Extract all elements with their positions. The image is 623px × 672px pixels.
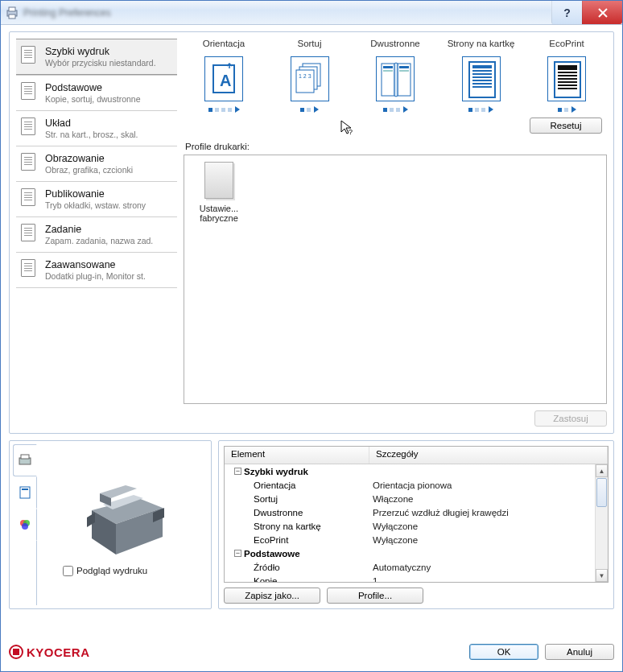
svg-rect-18	[472, 73, 492, 75]
preview-tab-printer[interactable]	[13, 444, 37, 476]
lower-panels: Podgląd wydruku Element Szczegóły −Szybk…	[9, 440, 614, 609]
titlebar[interactable]: Printing Preferences ?	[1, 1, 622, 25]
svg-rect-48	[13, 649, 19, 655]
close-icon	[598, 8, 608, 18]
sidebar-item-quickprint[interactable]: Szybki wydrukWybór przycisku niestandard…	[16, 39, 177, 75]
sidebar-item-basic[interactable]: PodstawoweKopie, sortuj, dwustronne	[16, 75, 177, 110]
col-details[interactable]: Szczegóły	[369, 447, 608, 464]
option-ecoprint[interactable]	[547, 56, 586, 101]
summary-table: Element Szczegóły −Szybki wydrukOrientac…	[224, 446, 609, 583]
preview-checkbox[interactable]: Podgląd wydruku	[63, 566, 147, 576]
svg-rect-29	[558, 85, 577, 86]
preview-tab-color[interactable]	[13, 509, 37, 541]
summary-panel: Element Szczegóły −Szybki wydrukOrientac…	[218, 440, 614, 609]
table-row[interactable]: −Podstawowe	[225, 546, 595, 560]
svg-rect-30	[558, 88, 577, 89]
svg-rect-14	[399, 70, 409, 72]
profiles-button[interactable]: Profile...	[327, 587, 423, 604]
svg-rect-2	[9, 14, 15, 19]
apply-button: Zastosuj	[534, 410, 607, 427]
table-row[interactable]: ŹródłoAutomatyczny	[225, 560, 595, 574]
svg-rect-26	[558, 75, 577, 76]
scroll-thumb[interactable]	[596, 478, 607, 507]
sidebar-item-publishing[interactable]: PublikowanieTryb okładki, wstaw. strony	[16, 181, 177, 216]
option-label-duplex: Dwustronne	[358, 39, 432, 52]
table-row[interactable]: OrientacjaOrientacja pionowa	[225, 478, 595, 492]
svg-rect-11	[383, 66, 393, 68]
svg-rect-16	[472, 65, 492, 68]
close-button[interactable]	[582, 1, 622, 24]
sidebar-item-imaging[interactable]: ObrazowanieObraz, grafika, czcionki	[16, 146, 177, 181]
svg-rect-1	[9, 7, 15, 11]
print-preferences-window: Printing Preferences ? Szybki wydrukWybó…	[0, 0, 623, 672]
option-label-orientation: Orientacja	[187, 39, 261, 52]
svg-rect-21	[472, 83, 492, 85]
table-row[interactable]: EcoPrintWyłączone	[225, 533, 595, 546]
summary-table-body: −Szybki wydrukOrientacjaOrientacja piono…	[225, 464, 595, 582]
quick-options-row: Orientacja A Sortuj 1 2 3	[184, 39, 607, 117]
svg-rect-24	[558, 65, 577, 70]
profiles-label: Profile drukarki:	[185, 142, 607, 151]
ok-button[interactable]: OK	[469, 644, 538, 660]
col-element[interactable]: Element	[225, 447, 369, 464]
profiles-box: Ustawie... fabryczne	[184, 155, 607, 404]
svg-rect-35	[22, 489, 28, 490]
table-row[interactable]: Strony na kartkęWyłączone	[225, 519, 595, 533]
svg-rect-25	[558, 72, 577, 73]
option-nup[interactable]	[462, 56, 501, 101]
svg-text:A: A	[220, 72, 231, 89]
preview-checkbox-input[interactable]	[63, 566, 73, 576]
svg-rect-28	[558, 81, 577, 83]
upper-panel: Szybki wydrukWybór przycisku niestandard…	[9, 31, 614, 434]
kyocera-logo-icon	[9, 645, 23, 659]
option-duplex[interactable]	[376, 56, 415, 101]
footer: KYOCERA OK Anuluj	[9, 641, 614, 663]
svg-rect-13	[399, 66, 409, 68]
scrollbar[interactable]: ▲ ▼	[595, 464, 608, 582]
sidebar-item-layout[interactable]: UkładStr. na kart., brosz., skal.	[16, 110, 177, 146]
save-as-button[interactable]: Zapisz jako...	[224, 587, 320, 604]
option-label-nup: Strony na kartkę	[444, 39, 518, 52]
svg-rect-19	[472, 76, 492, 78]
help-button[interactable]: ?	[551, 1, 582, 24]
cancel-button[interactable]: Anuluj	[545, 644, 614, 660]
svg-rect-12	[383, 70, 393, 72]
profile-factory[interactable]: Ustawie... fabryczne	[191, 162, 247, 223]
printer-preview-image	[76, 474, 172, 563]
option-orientation[interactable]: A	[204, 56, 243, 101]
sidebar: Szybki wydrukWybór przycisku niestandard…	[16, 39, 177, 427]
svg-rect-22	[472, 86, 492, 88]
window-title: Printing Preferences	[23, 7, 551, 19]
svg-rect-17	[472, 70, 492, 72]
table-row[interactable]: SortujWłączone	[225, 492, 595, 505]
brand: KYOCERA	[9, 645, 90, 659]
table-row[interactable]: −Szybki wydruk	[225, 464, 595, 478]
table-row[interactable]: DwustronnePrzerzuć wzdłuż długiej krawęd…	[225, 505, 595, 519]
svg-rect-33	[21, 455, 29, 459]
tree-toggle[interactable]: −	[234, 550, 241, 557]
svg-rect-20	[472, 80, 492, 81]
tree-toggle[interactable]: −	[234, 468, 241, 475]
option-collate[interactable]: 1 2 3	[291, 56, 329, 101]
option-label-collate: Sortuj	[273, 39, 347, 52]
preview-tab-page[interactable]	[13, 476, 37, 509]
option-label-ecoprint: EcoPrint	[530, 39, 604, 52]
scroll-up[interactable]: ▲	[596, 464, 608, 477]
preview-panel: Podgląd wydruku	[9, 440, 212, 609]
scroll-down[interactable]: ▼	[596, 569, 608, 582]
table-row[interactable]: Kopie1	[225, 574, 595, 582]
printer-icon	[6, 6, 19, 19]
sidebar-item-job[interactable]: ZadanieZapam. zadania, nazwa zad.	[16, 216, 177, 252]
sidebar-item-advanced[interactable]: ZaawansowaneDodatki plug-in, Monitor st.	[16, 252, 177, 288]
svg-text:1 2 3: 1 2 3	[299, 73, 312, 79]
svg-rect-27	[558, 78, 577, 80]
reset-button[interactable]: Resetuj	[530, 117, 602, 134]
svg-point-38	[22, 523, 28, 530]
quickprint-pane: Orientacja A Sortuj 1 2 3	[184, 39, 607, 427]
